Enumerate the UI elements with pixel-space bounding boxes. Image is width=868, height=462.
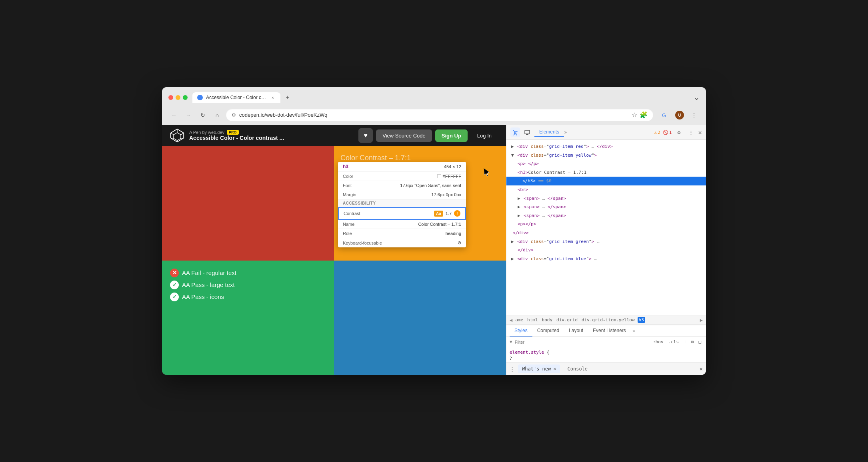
pass-item-2: ✓ AA Pass - large text xyxy=(170,281,326,289)
home-button[interactable]: ⌂ xyxy=(212,110,223,121)
breadcrumb-html[interactable]: html xyxy=(526,317,539,323)
tab-close-button[interactable]: × xyxy=(270,95,276,100)
tree-line-blue[interactable]: ▶ <div class="grid-item blue"> … xyxy=(506,255,706,263)
profile-icon[interactable]: U xyxy=(674,110,685,121)
layout-tab[interactable]: Layout xyxy=(564,325,588,337)
heart-icon: ♥ xyxy=(364,132,368,139)
tab-bar: Accessible Color - Color cont… × + xyxy=(192,92,689,103)
browser-content: A Pen by web.dev PRO Accessible Color - … xyxy=(162,125,706,375)
maximize-window-button[interactable] xyxy=(183,95,188,100)
elements-tab[interactable]: Elements xyxy=(534,127,564,137)
google-icon[interactable]: G xyxy=(660,110,671,121)
tree-line-span2[interactable]: ▶ <span> … </span> xyxy=(506,203,706,211)
keyboard-value: ⊘ xyxy=(458,240,461,245)
breadcrumb-h3[interactable]: h3 xyxy=(638,317,645,323)
bookmark-icon[interactable]: ☆ xyxy=(632,111,637,119)
tooltip-element-row: h3 454 × 12 xyxy=(338,162,466,172)
tree-line-br[interactable]: <br> xyxy=(506,185,706,194)
traffic-lights xyxy=(168,95,188,100)
tab-favicon xyxy=(197,95,203,100)
console-tab[interactable]: Console xyxy=(563,364,592,373)
settings-button[interactable]: ⚙ xyxy=(674,127,684,137)
extension-icon[interactable]: 🧩 xyxy=(640,111,648,119)
margin-value: 17.6px 0px 0px xyxy=(431,192,461,197)
title-bar: Accessible Color - Color cont… × + ⌄ xyxy=(162,87,706,106)
warning-badge: ⚠ 2 xyxy=(654,130,660,135)
color-label: Color xyxy=(343,174,353,179)
bottom-close-button[interactable]: × xyxy=(700,366,703,372)
tree-line-yellow-open[interactable]: ▼ <div class="grid-item yellow"> xyxy=(506,151,706,160)
devtools-close-button[interactable]: × xyxy=(698,129,702,136)
info-icon: ! xyxy=(454,210,460,217)
address-actions: ☆ 🧩 xyxy=(632,111,648,119)
breadcrumb-ame[interactable]: ame xyxy=(514,317,524,323)
tooltip-margin-row: Margin 17.6px 0px 0px xyxy=(338,190,466,199)
browser-actions: G U ⋮ xyxy=(660,110,700,121)
close-window-button[interactable] xyxy=(168,95,173,100)
tooltip-role-row: Role heading xyxy=(338,229,466,238)
svg-line-4 xyxy=(181,133,184,135)
tree-line-yellow-close[interactable]: </div> xyxy=(506,229,706,237)
menu-button[interactable]: ⋮ xyxy=(688,110,700,121)
add-style-button[interactable]: + xyxy=(682,339,688,345)
tooltip-font-row: Font 17.6px "Open Sans", sans-serif xyxy=(338,181,466,190)
login-button[interactable]: Log In xyxy=(471,129,498,142)
signup-button[interactable]: Sign Up xyxy=(435,129,468,142)
more-tabs-button[interactable]: » xyxy=(564,129,567,135)
whats-new-close[interactable]: × xyxy=(553,366,556,372)
refresh-button[interactable]: ↻ xyxy=(197,110,208,121)
tree-line-green-close[interactable]: </div> xyxy=(506,246,706,255)
margin-label: Margin xyxy=(343,192,356,197)
styles-filter-row: ▼ :hov .cls + ⊞ □ xyxy=(506,337,706,347)
mouse-cursor xyxy=(483,168,491,176)
hov-filter-button[interactable]: :hov xyxy=(651,339,665,345)
elements-tree[interactable]: ▶ <div class="grid-item red"> … </div> ▼… xyxy=(506,140,706,315)
tab-menu-button[interactable]: ⌄ xyxy=(694,93,700,102)
tree-line-h3-open[interactable]: <h3>Color Contrast – 1.7:1 xyxy=(506,168,706,177)
name-value: Color Contrast – 1.7:1 xyxy=(418,222,461,227)
tree-line-span1[interactable]: ▶ <span> … </span> xyxy=(506,194,706,203)
url-text: codepen.io/web-dot-dev/full/PoeKzWq xyxy=(239,112,628,118)
contrast-value: Aa 1.7 ! xyxy=(434,210,460,217)
grid-item-blue xyxy=(334,261,506,375)
address-bar[interactable]: ⚙ codepen.io/web-dot-dev/full/PoeKzWq ☆ … xyxy=(226,109,653,121)
pass-icon-3: ✓ xyxy=(170,293,179,301)
breadcrumb-divgridyellow[interactable]: div.grid-item.yellow xyxy=(580,317,636,323)
fail-text-1: AA Fail - regular text xyxy=(182,269,236,276)
view-source-button[interactable]: View Source Code xyxy=(376,129,432,142)
pen-actions: ♥ View Source Code Sign Up Log In xyxy=(358,128,498,143)
tree-line-p-empty[interactable]: <p> </p> xyxy=(506,159,706,168)
more-style-tabs[interactable]: » xyxy=(631,326,637,336)
new-tab-button[interactable]: + xyxy=(282,92,293,103)
active-tab[interactable]: Accessible Color - Color cont… × xyxy=(192,92,280,103)
contrast-row: Contrast Aa 1.7 ! xyxy=(338,207,466,220)
device-toggle-button[interactable] xyxy=(522,127,532,137)
minimize-window-button[interactable] xyxy=(176,95,180,100)
filter-actions: :hov .cls + ⊞ □ xyxy=(651,339,703,345)
tree-line-h3-close[interactable]: </h3> == $0 xyxy=(506,177,706,185)
tree-line-span3[interactable]: ▶ <span> … </span> xyxy=(506,211,706,220)
filter-icon: ▼ xyxy=(510,339,512,345)
styles-tab[interactable]: Styles xyxy=(510,325,532,337)
inspector-button[interactable] xyxy=(510,127,520,137)
event-listeners-tab[interactable]: Event Listeners xyxy=(588,325,631,337)
cls-filter-button[interactable]: .cls xyxy=(667,339,681,345)
heart-button[interactable]: ♥ xyxy=(358,128,373,143)
computed-tab[interactable]: Computed xyxy=(532,325,564,337)
bottom-menu-icon[interactable]: ⋮ xyxy=(510,366,515,372)
tree-line-green[interactable]: ▶ <div class="grid-item green"> … xyxy=(506,237,706,246)
toggle-view-button[interactable]: □ xyxy=(697,339,703,345)
forward-button[interactable]: → xyxy=(183,110,194,121)
error-badge: 🚫 1 xyxy=(663,130,672,135)
back-button[interactable]: ← xyxy=(168,110,180,121)
breadcrumb-body[interactable]: body xyxy=(541,317,554,323)
tree-line-p-close[interactable]: <p></p> xyxy=(506,220,706,229)
warn-count: 2 xyxy=(658,130,660,135)
toggle-all-button[interactable]: ⊞ xyxy=(690,339,696,345)
breadcrumb-divgrid[interactable]: div.grid xyxy=(555,317,579,323)
whats-new-tab[interactable]: What's new × xyxy=(518,364,560,373)
tree-line-red[interactable]: ▶ <div class="grid-item red"> … </div> xyxy=(506,142,706,151)
styles-filter-input[interactable] xyxy=(515,340,649,345)
keyboard-label: Keyboard-focusable xyxy=(343,241,382,245)
more-options-button[interactable]: ⋮ xyxy=(686,127,696,137)
